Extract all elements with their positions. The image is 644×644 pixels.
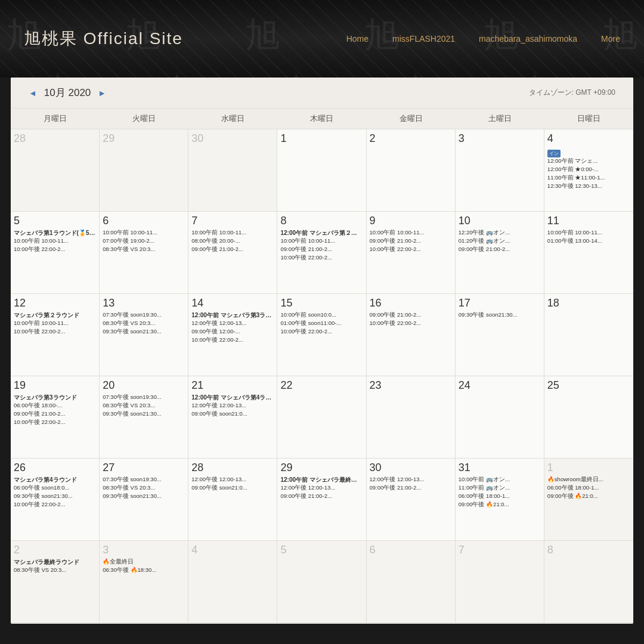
cal-cell[interactable]: 22 xyxy=(277,376,366,459)
cal-cell[interactable]: 910:00午前 10:00-11...09:00午後 21:00-2...10… xyxy=(367,212,456,294)
calendar-header: ◄ 10月 2020 ► タイムゾーン: GMT +09:00 xyxy=(11,78,633,109)
cal-cell[interactable]: 2マシェバラ最終ラウンド08:30午後 VS 20:3... xyxy=(11,541,100,623)
cal-cell[interactable]: 1🔥showroom最終日...06:00午後 18:00-1...09:00午… xyxy=(544,459,633,541)
cell-date: 26 xyxy=(14,461,96,475)
cal-cell[interactable]: 812:00午前 マシェバラ第２ラウンド10:00午前 10:00-11...0… xyxy=(277,212,366,294)
cal-cell[interactable]: 610:00午前 10:00-11...07:00午後 19:00-2...08… xyxy=(100,212,188,294)
cell-event: 12:00午後 12:00-13... xyxy=(280,484,363,492)
cell-event: 🔥全最終日 xyxy=(103,558,185,566)
cell-event-title: マシェバラ第２ラウンド xyxy=(14,311,96,319)
month-title: 10月 2020 xyxy=(44,86,91,100)
cell-date: 6 xyxy=(370,543,452,557)
cal-cell[interactable]: 2 xyxy=(367,129,456,212)
cal-cell[interactable]: 7 xyxy=(456,541,544,623)
nav-missflash[interactable]: missFLASH2021 xyxy=(392,34,455,44)
cell-date: 31 xyxy=(459,461,541,475)
cell-event: 10:00午前 10:00-11... xyxy=(191,229,274,237)
cell-date: 5 xyxy=(280,543,363,557)
cal-cell[interactable]: 3110:00午前 🚌オン...11:00午前 🚌オン...06:00午後 18… xyxy=(456,459,544,541)
cal-cell[interactable]: 2707:30午後 soon19:30...08:30午後 VS 20:3...… xyxy=(100,459,188,541)
cell-event: 06:00午後 18:00-1... xyxy=(459,493,541,500)
cell-event: 10:00午後 22:00-2... xyxy=(14,501,96,509)
prev-month-arrow[interactable]: ◄ xyxy=(29,88,37,98)
cell-event: 06:00午後 18:00-1... xyxy=(547,484,630,492)
site-title: 旭桃果 Official Site xyxy=(24,27,183,50)
cal-cell[interactable]: 4イン12:00午前 マシェ...12:00午前 ★0:00-...11:00午… xyxy=(544,129,633,212)
cell-date: 1 xyxy=(280,132,363,145)
cell-date: 8 xyxy=(547,543,630,557)
cell-event: 09:00午後 21:00-2... xyxy=(370,484,452,492)
cal-cell[interactable]: 29 xyxy=(100,129,188,212)
cal-cell[interactable]: 4 xyxy=(188,541,277,623)
cal-cell[interactable]: 2007:30午後 soon19:30...08:30午後 VS 20:3...… xyxy=(100,376,188,459)
cal-cell[interactable]: 3012:00午後 12:00-13...09:00午後 21:00-2... xyxy=(367,459,456,541)
cell-event: 09:00午後 soon21:0... xyxy=(191,410,274,418)
day-header-sun: 日曜日 xyxy=(544,109,633,129)
cal-cell[interactable]: 1 xyxy=(277,129,366,212)
cal-cell[interactable]: 2812:00午後 12:00-13...09:00午後 soon21:0... xyxy=(188,459,277,541)
cell-event: 08:30午後 VS 20:3... xyxy=(14,566,96,574)
cell-event: 06:00午後 soon18:0... xyxy=(14,484,96,492)
cal-cell[interactable]: 12マシェバラ第２ラウンド10:00午前 10:00-11...10:00午後 … xyxy=(11,294,100,376)
cell-event: 09:00午後 soon21:0... xyxy=(191,484,274,492)
cell-date: 5 xyxy=(14,214,96,228)
cell-event-title: 12:00午前 マシェバラ第２ラウンド xyxy=(280,229,363,237)
cal-cell[interactable]: 26マシェバラ第4ラウンド06:00午後 soon18:0...09:30午後 … xyxy=(11,459,100,541)
cell-date: 10 xyxy=(459,214,541,228)
cell-event: 09:00午後 21:00-2... xyxy=(280,493,363,500)
cell-event: 12:00午後 12:00-13... xyxy=(370,476,452,484)
cell-date: 3 xyxy=(459,132,541,145)
cell-event-title: マシェバラ最終ラウンド xyxy=(14,558,96,566)
cell-date: 1 xyxy=(547,461,630,475)
cal-cell[interactable]: 8 xyxy=(544,541,633,623)
cal-cell[interactable]: 2912:00午前 マシェバラ最終ラウンド12:00午後 12:00-13...… xyxy=(277,459,366,541)
cal-cell[interactable]: 710:00午前 10:00-11...08:00午後 20:00-...09:… xyxy=(188,212,277,294)
cell-date: 16 xyxy=(370,296,452,310)
cell-date: 12 xyxy=(14,296,96,310)
nav-more[interactable]: More xyxy=(601,34,620,44)
cell-event: 10:00午後 22:00-2... xyxy=(14,246,96,253)
cell-event: 09:00午後 🔥21:0... xyxy=(547,493,630,500)
cell-event: 09:00午後 12:00-... xyxy=(191,328,274,336)
cal-cell[interactable]: 24 xyxy=(456,376,544,459)
cal-cell[interactable]: 1609:00午後 21:00-2...10:00午後 22:00-2... xyxy=(367,294,456,376)
next-month-arrow[interactable]: ► xyxy=(98,88,106,98)
nav-machebara[interactable]: machebara_asahimomoka xyxy=(479,34,577,44)
cal-cell[interactable]: 19マシェバラ第3ラウンド06:00午後 18:00-...09:00午後 21… xyxy=(11,376,100,459)
cal-cell[interactable]: 5マシェバラ第1ラウンド(🥇5位まで特典🎁)10:00午前 10:00-11..… xyxy=(11,212,100,294)
cell-event-title: 12:00午前 マシェバラ第3ラウンド xyxy=(191,311,274,319)
cal-cell[interactable]: 1110:00午前 10:00-11...01:00午後 13:00-14... xyxy=(544,212,633,294)
cal-cell[interactable]: 3 xyxy=(456,129,544,212)
cell-date: 2 xyxy=(370,132,452,145)
cal-cell[interactable]: 3🔥全最終日06:30午後 🔥18:30... xyxy=(100,541,188,623)
cal-cell[interactable]: 2112:00午前 マシェバラ第4ラウンド12:00午後 12:00-13...… xyxy=(188,376,277,459)
cell-event: 10:00午後 22:00-2... xyxy=(14,328,96,336)
cell-event: 07:30午後 soon19:30... xyxy=(103,394,185,401)
cal-cell[interactable]: 1412:00午前 マシェバラ第3ラウンド12:00午後 12:00-13...… xyxy=(188,294,277,376)
nav-home[interactable]: Home xyxy=(346,34,369,44)
cal-cell[interactable]: 25 xyxy=(544,376,633,459)
main-nav: Home missFLASH2021 machebara_asahimomoka… xyxy=(346,34,620,44)
cell-event-title: マシェバラ第4ラウンド xyxy=(14,476,96,484)
cell-date: 7 xyxy=(459,543,541,557)
cal-cell[interactable]: 5 xyxy=(277,541,366,623)
cell-event: 09:00午後 21:00-2... xyxy=(14,410,96,418)
cal-cell[interactable]: 1709:30午後 soon21:30... xyxy=(456,294,544,376)
cell-date: 24 xyxy=(459,379,541,392)
cal-cell[interactable]: 30 xyxy=(188,129,277,212)
cal-cell[interactable]: 1510:00午前 soon10:0...01:00午後 soon11:00-.… xyxy=(277,294,366,376)
cal-cell[interactable]: 23 xyxy=(367,376,456,459)
cal-cell[interactable]: 18 xyxy=(544,294,633,376)
cell-event: 10:00午前 10:00-11... xyxy=(370,229,452,237)
cal-cell[interactable]: 28 xyxy=(11,129,100,212)
cal-cell[interactable]: 1307:30午後 soon19:30...08:30午後 VS 20:3...… xyxy=(100,294,188,376)
day-header-mon: 月曜日 xyxy=(11,109,100,129)
cell-date: 19 xyxy=(14,379,96,392)
cell-event: 10:00午後 22:00-2... xyxy=(191,336,274,344)
cell-event: 09:30午後 soon21:30... xyxy=(103,493,185,500)
cal-cell[interactable]: 6 xyxy=(367,541,456,623)
cell-date: 3 xyxy=(103,543,185,557)
cell-date: 18 xyxy=(547,296,630,310)
cal-cell[interactable]: 1012:20午後 🚌オン...01:20午後 🚌オン...09:00午後 21… xyxy=(456,212,544,294)
cell-event: 09:00午後 21:00-2... xyxy=(370,237,452,245)
